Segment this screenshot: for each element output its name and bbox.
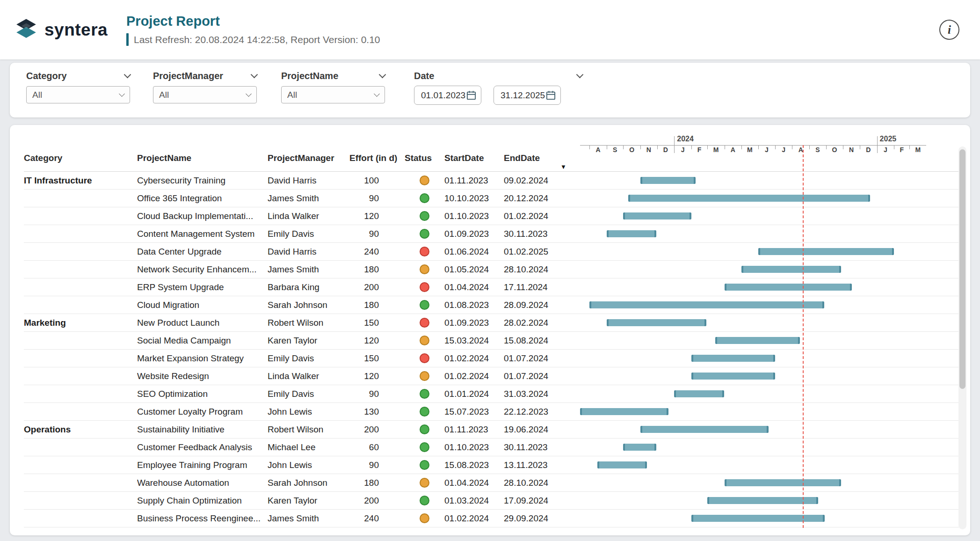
cell-project-manager: Emily Davis <box>268 385 349 402</box>
gantt-cell <box>580 261 959 278</box>
gantt-bar[interactable] <box>707 497 818 504</box>
cell-status <box>405 439 444 456</box>
gantt-bar[interactable] <box>628 195 870 202</box>
cell-effort: 240 <box>349 510 405 527</box>
subtitle-row: Last Refresh: 20.08.2024 14:22:58, Repor… <box>126 33 380 46</box>
date-to-input[interactable]: 31.12.2025 <box>494 86 561 105</box>
chevron-down-icon[interactable] <box>576 71 584 78</box>
cell-status <box>405 278 444 296</box>
title-block: Project Report Last Refresh: 20.08.2024 … <box>126 14 380 46</box>
gantt-lane <box>580 207 926 225</box>
gantt-bar[interactable] <box>758 248 894 255</box>
cell-start-date: 01.02.2024 <box>444 367 504 385</box>
table-row[interactable]: Employee Training ProgramJohn Lewis9015.… <box>24 456 959 474</box>
timeline-axis-line <box>580 145 926 146</box>
gantt-bar[interactable] <box>640 177 696 184</box>
cell-start-date: 01.02.2024 <box>444 350 504 367</box>
table-row[interactable]: IT InfrastructureCybersecurity TrainingD… <box>24 172 959 190</box>
gantt-bar[interactable] <box>607 319 706 326</box>
cell-start-date: 01.06.2024 <box>444 243 504 260</box>
cell-end-date: 28.02.2024 <box>504 314 580 331</box>
gantt-bar[interactable] <box>715 337 800 344</box>
calendar-icon[interactable] <box>466 90 477 101</box>
column-header-project-manager[interactable]: ProjectManager <box>268 125 349 171</box>
table-row[interactable]: SEO OptimizationEmily Davis9001.01.20243… <box>24 385 959 403</box>
gantt-bar[interactable] <box>691 355 775 362</box>
column-header-project-name[interactable]: ProjectName <box>137 125 268 171</box>
gantt-bar[interactable] <box>607 230 657 237</box>
cell-project-manager: Michael Lee <box>268 439 349 456</box>
table-header: Category ProjectName ProjectManager Effo… <box>24 125 959 172</box>
gantt-bar[interactable] <box>597 461 647 468</box>
table-row[interactable]: MarketingNew Product LaunchRobert Wilson… <box>24 314 959 332</box>
chevron-down-icon[interactable] <box>379 71 386 78</box>
date-from-input[interactable]: 01.01.2023 <box>414 86 481 105</box>
status-indicator-amber <box>420 336 429 345</box>
cell-status <box>405 261 444 278</box>
column-header-start-date[interactable]: StartDate <box>444 125 504 171</box>
gantt-cell <box>580 296 959 314</box>
table-row[interactable]: Customer Feedback AnalysisMichael Lee600… <box>24 439 959 456</box>
cell-start-date: 15.08.2023 <box>444 456 504 474</box>
status-indicator-amber <box>420 513 429 523</box>
project-manager-dropdown[interactable]: All <box>153 86 257 103</box>
chevron-down-icon <box>119 91 125 97</box>
gantt-bar[interactable] <box>691 373 775 380</box>
gantt-bar[interactable] <box>589 301 824 308</box>
slicer-project-name-label: ProjectName <box>281 71 338 81</box>
month-label: J <box>674 146 691 154</box>
table-row[interactable]: Business Process Reenginee...James Smith… <box>24 510 959 527</box>
gantt-bar[interactable] <box>741 266 841 273</box>
scrollbar-thumb[interactable] <box>959 149 965 389</box>
table-row[interactable]: Website RedesignLinda Walker12001.02.202… <box>24 367 959 385</box>
table-row[interactable]: Cloud Backup Implementati...Linda Walker… <box>24 207 959 225</box>
gantt-bar[interactable] <box>674 390 724 397</box>
cell-end-date: 17.09.2024 <box>504 492 580 509</box>
table-body: IT InfrastructureCybersecurity TrainingD… <box>24 172 959 527</box>
table-row[interactable]: Customer Loyalty ProgramJohn Lewis13015.… <box>24 403 959 421</box>
gantt-cell <box>580 421 959 438</box>
cell-status <box>405 225 444 242</box>
gantt-bar[interactable] <box>580 408 668 415</box>
date-range-row: 01.01.2023 31.12.2025 <box>414 86 582 105</box>
page-title: Project Report <box>126 14 380 29</box>
column-header-end-date[interactable]: EndDate <box>504 125 580 171</box>
gantt-bar[interactable] <box>725 284 852 291</box>
gantt-bar[interactable] <box>623 212 691 219</box>
last-refresh-text: Last Refresh: 20.08.2024 14:22:58, Repor… <box>134 34 380 45</box>
project-name-dropdown[interactable]: All <box>281 86 385 103</box>
cell-effort: 90 <box>349 190 405 207</box>
table-row[interactable]: Cloud MigrationSarah Johnson18001.08.202… <box>24 296 959 314</box>
table-row[interactable]: Network Security Enhancem...James Smith1… <box>24 261 959 278</box>
table-row[interactable]: Office 365 IntegrationJames Smith9010.10… <box>24 190 959 207</box>
table-row[interactable]: ERP System UpgradeBarbara King20001.04.2… <box>24 278 959 296</box>
gantt-bar[interactable] <box>691 515 825 522</box>
category-dropdown[interactable]: All <box>26 86 130 103</box>
table-row[interactable]: Data Center UpgradeDavid Harris24001.06.… <box>24 243 959 261</box>
table-row[interactable]: Market Expansion StrategyEmily Davis1500… <box>24 350 959 367</box>
info-button[interactable]: i <box>939 20 959 40</box>
column-header-effort[interactable]: Effort (in d) <box>349 125 405 171</box>
calendar-icon[interactable] <box>545 90 556 101</box>
table-row[interactable]: Supply Chain OptimizationKaren Taylor200… <box>24 492 959 510</box>
cell-status <box>405 510 444 527</box>
table-row[interactable]: Social Media CampaignKaren Taylor12015.0… <box>24 332 959 350</box>
gantt-bar[interactable] <box>640 426 769 433</box>
cell-project-name: Network Security Enhancem... <box>137 261 268 278</box>
slicer-project-name-header: ProjectName <box>281 70 385 82</box>
table-row[interactable]: Content Management SystemEmily Davis9001… <box>24 225 959 243</box>
chevron-down-icon[interactable] <box>251 71 258 78</box>
cell-category <box>24 510 137 527</box>
sort-indicator-icon[interactable]: ▼ <box>560 163 566 170</box>
cell-category <box>24 207 137 225</box>
column-header-category[interactable]: Category <box>24 125 137 171</box>
scrollbar-track[interactable] <box>958 146 966 529</box>
cell-project-name: Business Process Reenginee... <box>137 510 268 527</box>
gantt-bar[interactable] <box>623 444 656 451</box>
cell-project-manager: Emily Davis <box>268 350 349 367</box>
column-header-status[interactable]: Status <box>405 125 444 171</box>
chevron-down-icon[interactable] <box>124 71 131 78</box>
gantt-bar[interactable] <box>725 479 841 486</box>
table-row[interactable]: OperationsSustainability InitiativeRober… <box>24 421 959 439</box>
table-row[interactable]: Warehouse AutomationSarah Johnson18001.0… <box>24 474 959 492</box>
